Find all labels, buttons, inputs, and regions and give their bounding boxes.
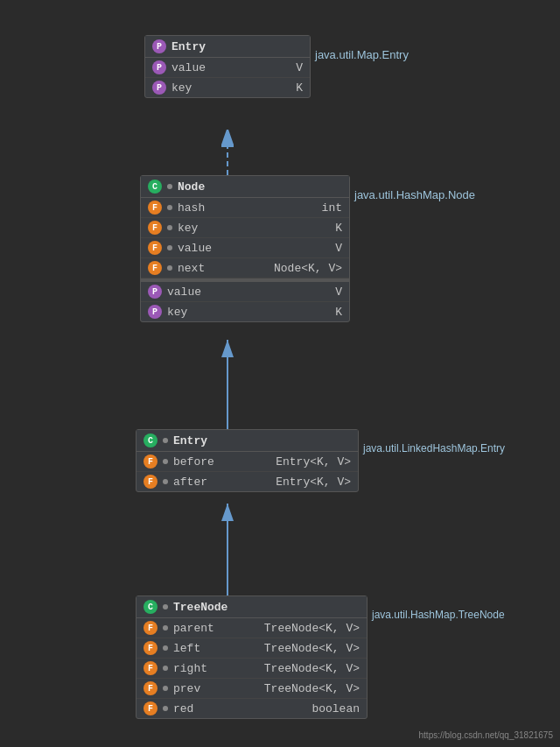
node-value-badge: F — [148, 241, 162, 255]
node-value-type: V — [335, 242, 342, 255]
treenode-badge: C — [144, 600, 158, 614]
node-method-key-badge: P — [148, 305, 162, 319]
node-next-type: Node<K, V> — [274, 262, 342, 275]
treenode-left-badge: F — [144, 641, 158, 655]
node-key-dot — [167, 225, 172, 230]
watermark: https://blog.csdn.net/qq_31821675 — [419, 730, 553, 740]
treenode-field-red: F red boolean — [136, 699, 367, 718]
treenode-red-name: red — [173, 702, 226, 715]
treenode-left-dot — [163, 645, 168, 651]
treenode-dot — [163, 604, 168, 610]
node-badge: C — [148, 180, 162, 194]
entry-value-type: V — [296, 61, 303, 74]
treenode-right-name: right — [173, 662, 226, 675]
node-class-box: C Node F hash int F key K F value V F ne… — [140, 175, 350, 322]
node-hash-badge: F — [148, 201, 162, 215]
linked-entry-field-before: F before Entry<K, V> — [136, 452, 358, 472]
node-method-key-type: K — [335, 306, 342, 319]
linked-entry-after-badge: F — [144, 475, 158, 489]
treenode-parent-type: TreeNode<K, V> — [264, 622, 360, 635]
treenode-parent-badge: F — [144, 621, 158, 635]
linked-entry-field-after: F after Entry<K, V> — [136, 472, 358, 491]
entry-class-header: P Entry — [145, 36, 310, 58]
linked-entry-before-type: Entry<K, V> — [276, 455, 351, 469]
treenode-field-left: F left TreeNode<K, V> — [136, 638, 367, 659]
linked-entry-before-badge: F — [144, 455, 158, 469]
node-field-value: F value V — [141, 238, 349, 258]
node-hash-type: int — [322, 201, 342, 215]
treenode-left-type: TreeNode<K, V> — [264, 642, 360, 655]
entry-value-badge: P — [152, 60, 166, 74]
treenode-field-parent: F parent TreeNode<K, V> — [136, 618, 367, 638]
entry-key-type: K — [296, 81, 303, 95]
linked-entry-badge: C — [144, 433, 158, 447]
treenode-red-badge: F — [144, 701, 158, 715]
diagram-container: P Entry P value V P key K java.util.Map.… — [0, 0, 560, 747]
node-hash-name: hash — [178, 201, 230, 215]
node-key-badge: F — [148, 221, 162, 235]
linked-entry-before-name: before — [173, 455, 226, 469]
node-field-next: F next Node<K, V> — [141, 258, 349, 278]
linked-entry-before-dot — [163, 459, 168, 464]
node-method-value-type: V — [335, 285, 342, 299]
treenode-field-right: F right TreeNode<K, V> — [136, 659, 367, 679]
treenode-red-dot — [163, 706, 168, 711]
entry-field-value: P value V — [145, 58, 310, 78]
treenode-class-name: TreeNode — [173, 601, 228, 614]
treenode-prev-dot — [163, 686, 168, 691]
linked-entry-dot — [163, 438, 168, 443]
treenode-field-prev: F prev TreeNode<K, V> — [136, 679, 367, 699]
node-value-name: value — [178, 242, 230, 255]
linked-entry-class-name: Entry — [173, 434, 207, 447]
node-value-dot — [167, 245, 172, 250]
entry-value-name: value — [172, 61, 224, 74]
treenode-right-badge: F — [144, 661, 158, 675]
node-key-name: key — [178, 222, 230, 235]
entry-class-name: Entry — [172, 40, 206, 53]
entry-annotation: java.util.Map.Entry — [315, 48, 409, 61]
entry-key-badge: P — [152, 81, 166, 95]
node-method-value-badge: P — [148, 285, 162, 299]
linked-entry-after-type: Entry<K, V> — [276, 476, 351, 489]
treenode-left-name: left — [173, 642, 226, 655]
treenode-annotation: java.util.HashMap.TreeNode — [372, 609, 505, 621]
node-field-hash: F hash int — [141, 198, 349, 218]
linked-entry-class-box: C Entry F before Entry<K, V> F after Ent… — [136, 429, 359, 492]
treenode-class-box: C TreeNode F parent TreeNode<K, V> F lef… — [136, 595, 368, 719]
node-next-badge: F — [148, 261, 162, 275]
node-dot — [167, 184, 172, 189]
node-next-dot — [167, 265, 172, 271]
node-class-name: Node — [178, 180, 205, 194]
node-field-key: F key K — [141, 218, 349, 238]
node-next-name: next — [178, 262, 230, 275]
linked-entry-after-dot — [163, 479, 168, 484]
treenode-prev-badge: F — [144, 681, 158, 695]
treenode-red-type: boolean — [312, 702, 360, 715]
node-method-value-name: value — [167, 285, 220, 299]
treenode-right-dot — [163, 666, 168, 671]
treenode-prev-name: prev — [173, 682, 226, 695]
linked-entry-class-header: C Entry — [136, 430, 358, 452]
entry-class-box: P Entry P value V P key K — [144, 35, 311, 98]
linked-entry-annotation: java.util.LinkedHashMap.Entry — [363, 442, 505, 455]
node-method-value: P value V — [141, 282, 349, 302]
node-method-key-name: key — [167, 306, 220, 319]
entry-badge: P — [152, 39, 166, 53]
node-hash-dot — [167, 205, 172, 210]
treenode-class-header: C TreeNode — [136, 596, 367, 618]
node-annotation: java.util.HashMap.Node — [354, 188, 475, 201]
node-method-key: P key K — [141, 302, 349, 321]
treenode-parent-name: parent — [173, 622, 226, 635]
entry-field-key: P key K — [145, 78, 310, 97]
node-class-header: C Node — [141, 176, 349, 198]
treenode-right-type: TreeNode<K, V> — [264, 662, 360, 675]
entry-key-name: key — [172, 81, 224, 95]
node-key-type: K — [335, 222, 342, 235]
treenode-parent-dot — [163, 625, 168, 631]
linked-entry-after-name: after — [173, 476, 226, 489]
treenode-prev-type: TreeNode<K, V> — [264, 682, 360, 695]
